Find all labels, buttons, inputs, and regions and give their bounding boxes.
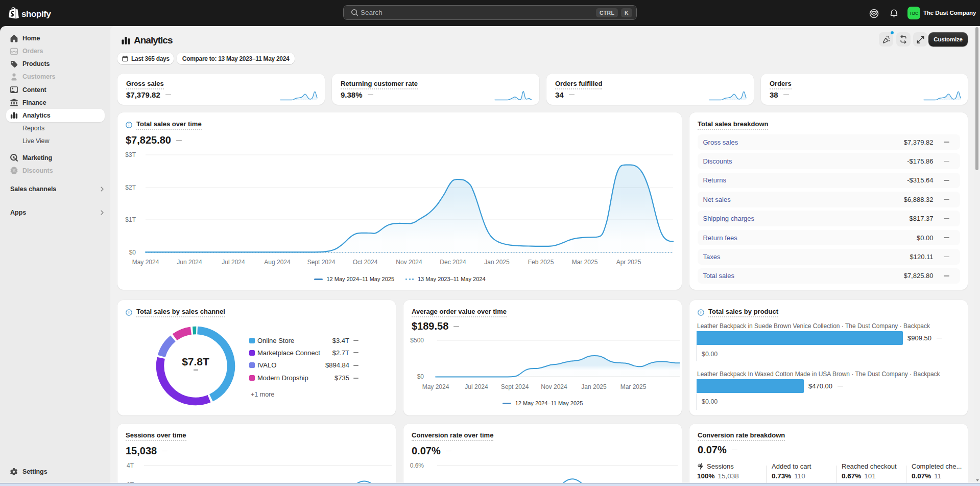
svg-text:Jul 2024: Jul 2024: [222, 259, 245, 266]
svg-text:May 2024: May 2024: [132, 259, 159, 266]
svg-text:4T: 4T: [127, 462, 134, 469]
svg-text:Dec 2024: Dec 2024: [440, 259, 466, 266]
svg-text:$1T: $1T: [125, 216, 136, 223]
svg-text:Apr 2025: Apr 2025: [616, 259, 641, 266]
svg-text:shopify: shopify: [21, 9, 52, 19]
svg-text:$500: $500: [410, 337, 424, 344]
svg-text:0.6%: 0.6%: [410, 462, 424, 469]
svg-text:$2T: $2T: [125, 184, 136, 191]
svg-text:May 2024: May 2024: [422, 383, 449, 390]
svg-text:$0: $0: [129, 249, 136, 256]
svg-text:Nov 2024: Nov 2024: [541, 383, 567, 390]
svg-text:Jun 2024: Jun 2024: [177, 259, 202, 266]
svg-text:Nov 2024: Nov 2024: [396, 259, 422, 266]
svg-text:Sept 2024: Sept 2024: [307, 259, 336, 266]
svg-text:Sept 2024: Sept 2024: [501, 383, 529, 390]
svg-text:Jul 2024: Jul 2024: [465, 383, 488, 390]
svg-text:$3T: $3T: [125, 151, 136, 158]
svg-text:Aug 2024: Aug 2024: [264, 259, 291, 266]
svg-text:Jan 2025: Jan 2025: [484, 259, 510, 266]
svg-text:Mar 2025: Mar 2025: [620, 383, 647, 390]
svg-text:Jan 2025: Jan 2025: [581, 383, 607, 390]
svg-text:Mar 2025: Mar 2025: [572, 259, 598, 266]
svg-text:$0: $0: [417, 373, 424, 380]
svg-text:Oct 2024: Oct 2024: [353, 259, 378, 266]
svg-text:Feb 2025: Feb 2025: [528, 259, 554, 266]
